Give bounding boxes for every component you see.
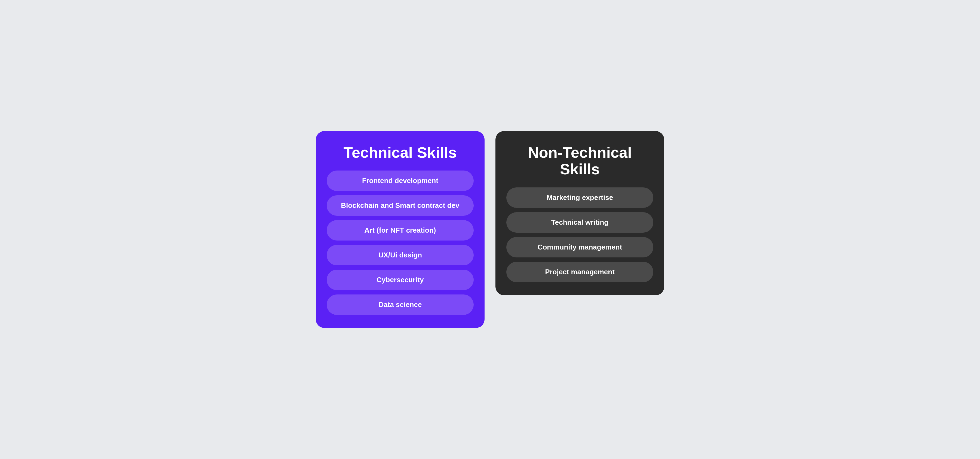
non-technical-skill-label: Marketing expertise [547,193,613,202]
non-technical-skill-item: Marketing expertise [506,187,653,208]
non-technical-skills-title: Non-Technical Skills [506,144,653,178]
technical-skill-item: Cybersecurity [327,270,474,290]
non-technical-skill-item: Technical writing [506,212,653,233]
technical-skill-item: Frontend development [327,171,474,191]
non-technical-skill-label: Community management [538,243,622,251]
technical-skill-item: UX/Ui design [327,245,474,265]
technical-skill-label: Cybersecurity [377,276,423,284]
technical-skill-label: Data science [379,300,422,309]
technical-skill-label: Frontend development [362,177,438,185]
technical-skill-label: Art (for NFT creation) [364,226,436,234]
non-technical-skill-label: Technical writing [551,218,608,226]
technical-skill-item: Data science [327,295,474,315]
non-technical-skills-list: Marketing expertiseTechnical writingComm… [506,187,653,282]
technical-skill-label: UX/Ui design [379,251,422,259]
non-technical-skill-item: Project management [506,262,653,282]
technical-skills-title: Technical Skills [327,144,474,161]
technical-skill-label: Blockchain and Smart contract dev [341,201,460,209]
non-technical-skills-card: Non-Technical Skills Marketing expertise… [495,131,664,295]
main-container: Technical Skills Frontend developmentBlo… [299,131,681,328]
non-technical-skill-item: Community management [506,237,653,257]
non-technical-skill-label: Project management [545,268,615,276]
technical-skills-list: Frontend developmentBlockchain and Smart… [327,171,474,315]
technical-skill-item: Blockchain and Smart contract dev [327,195,474,216]
technical-skill-item: Art (for NFT creation) [327,220,474,241]
technical-skills-card: Technical Skills Frontend developmentBlo… [316,131,485,328]
